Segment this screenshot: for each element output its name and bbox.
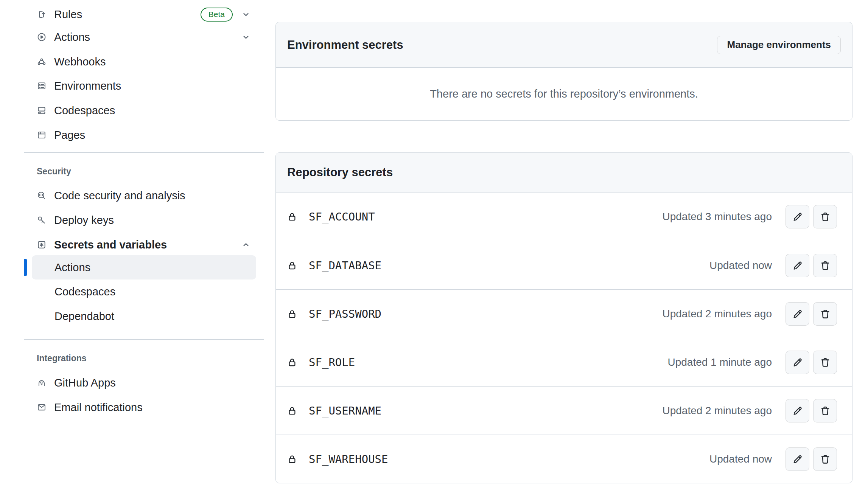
sidebar-item-label: Code security and analysis	[54, 189, 185, 202]
sidebar-item-label: Codespaces	[54, 104, 115, 117]
sidebar-item-label: Email notifications	[54, 401, 143, 414]
sidebar-item-label: Deploy keys	[54, 214, 114, 227]
edit-secret-button[interactable]	[786, 254, 809, 277]
lock-icon	[286, 405, 298, 416]
server-icon	[37, 81, 47, 91]
pencil-icon	[792, 356, 804, 368]
manage-environments-button[interactable]: Manage environments	[717, 36, 841, 54]
delete-secret-button[interactable]	[813, 447, 837, 471]
edit-secret-button[interactable]	[786, 399, 809, 422]
sidebar-item-github-apps[interactable]: GitHub Apps	[24, 371, 258, 395]
edit-secret-button[interactable]	[786, 302, 809, 326]
lock-icon	[286, 357, 298, 368]
sidebar-item-environments[interactable]: Environments	[24, 74, 258, 98]
delete-secret-button[interactable]	[813, 205, 837, 228]
secret-name: SF_PASSWORD	[309, 307, 381, 320]
pencil-icon	[792, 211, 804, 223]
sidebar-item-label: Environments	[54, 80, 121, 92]
sidebar-item-label: GitHub Apps	[54, 377, 116, 389]
sidebar-item-label: Pages	[54, 129, 85, 141]
mail-icon	[37, 402, 47, 412]
pencil-icon	[792, 405, 804, 417]
repository-secrets-header: Repository secrets	[276, 153, 852, 193]
sidebar-divider	[24, 152, 264, 153]
trash-icon	[819, 211, 831, 223]
edit-secret-button[interactable]	[786, 205, 809, 228]
repository-secrets-card: Repository secrets SF_ACCOUNT Updated 3 …	[275, 152, 852, 483]
delete-secret-button[interactable]	[813, 254, 837, 277]
repo-settings-page: Rules Beta Actions Webhooks Environments…	[0, 0, 868, 500]
pencil-icon	[792, 453, 804, 465]
rules-icon	[37, 9, 47, 19]
sidebar-item-pages[interactable]: Pages	[24, 123, 258, 147]
secret-name: SF_DATABASE	[309, 259, 381, 272]
webhook-icon	[37, 57, 47, 67]
secret-updated: Updated 2 minutes ago	[662, 405, 772, 417]
sidebar-subitem-actions[interactable]: Actions	[32, 255, 256, 280]
environment-secrets-header: Environment secrets Manage environments	[276, 22, 852, 68]
sidebar-subitem-codespaces[interactable]: Codespaces	[32, 280, 256, 304]
browser-icon	[37, 130, 47, 140]
sidebar-item-deploy-keys[interactable]: Deploy keys	[24, 208, 258, 232]
hubot-icon	[37, 378, 47, 388]
environment-secrets-empty-message: There are no secrets for this repository…	[276, 68, 852, 120]
sidebar-item-label: Webhooks	[54, 56, 106, 68]
sidebar-section-integrations: Integrations	[37, 353, 87, 363]
secret-row: SF_WAREHOUSE Updated now	[276, 435, 852, 483]
sidebar-divider	[24, 339, 264, 340]
edit-secret-button[interactable]	[786, 351, 809, 374]
edit-secret-button[interactable]	[786, 447, 809, 471]
codespaces-icon	[37, 106, 47, 115]
sidebar-subitem-label: Dependabot	[54, 310, 114, 323]
asterisk-box-icon	[37, 240, 47, 250]
lock-icon	[286, 453, 298, 465]
secret-updated: Updated 3 minutes ago	[662, 211, 772, 223]
sidebar-item-email-notifications[interactable]: Email notifications	[24, 395, 258, 419]
secret-updated: Updated 1 minute ago	[667, 356, 772, 368]
secret-updated: Updated 2 minutes ago	[662, 308, 772, 320]
secret-name: SF_ROLE	[309, 356, 355, 369]
secret-updated: Updated now	[709, 259, 772, 272]
sidebar-item-webhooks[interactable]: Webhooks	[24, 50, 258, 74]
trash-icon	[819, 356, 831, 368]
trash-icon	[819, 308, 831, 320]
chevron-down-icon	[241, 9, 251, 19]
pencil-icon	[792, 259, 804, 272]
secret-name: SF_ACCOUNT	[309, 210, 375, 223]
card-title: Environment secrets	[287, 38, 403, 52]
secret-row: SF_ROLE Updated 1 minute ago	[276, 338, 852, 386]
play-icon	[37, 32, 47, 42]
delete-secret-button[interactable]	[813, 399, 837, 422]
sidebar-item-codespaces[interactable]: Codespaces	[24, 98, 258, 123]
sidebar-item-rules[interactable]: Rules Beta	[24, 2, 258, 26]
chevron-up-icon	[241, 240, 251, 250]
secret-row: SF_PASSWORD Updated 2 minutes ago	[276, 289, 852, 338]
secret-row: SF_USERNAME Updated 2 minutes ago	[276, 386, 852, 435]
sidebar-subitem-label: Actions	[54, 261, 90, 274]
secret-name: SF_WAREHOUSE	[309, 453, 388, 466]
delete-secret-button[interactable]	[813, 302, 837, 326]
trash-icon	[819, 405, 831, 417]
sidebar-item-label: Actions	[54, 31, 90, 43]
sidebar-section-security: Security	[37, 166, 71, 176]
delete-secret-button[interactable]	[813, 351, 837, 374]
environment-secrets-card: Environment secrets Manage environments …	[275, 22, 852, 121]
sidebar-item-label: Secrets and variables	[54, 239, 167, 251]
secret-row: SF_ACCOUNT Updated 3 minutes ago	[276, 193, 852, 241]
lock-icon	[286, 211, 298, 222]
sidebar-subitem-dependabot[interactable]: Dependabot	[32, 304, 256, 328]
active-item-indicator	[24, 259, 27, 276]
codescan-icon	[37, 191, 47, 200]
sidebar-item-label: Rules	[54, 8, 82, 21]
key-icon	[37, 215, 47, 225]
chevron-down-icon	[241, 32, 251, 42]
beta-badge: Beta	[201, 8, 233, 22]
sidebar-item-actions[interactable]: Actions	[24, 25, 258, 49]
trash-icon	[819, 453, 831, 465]
sidebar-item-secrets-and-variables[interactable]: Secrets and variables	[24, 233, 258, 257]
secret-name: SF_USERNAME	[309, 404, 381, 417]
sidebar-subitem-label: Codespaces	[54, 286, 115, 298]
secret-updated: Updated now	[709, 453, 772, 465]
sidebar-item-code-security[interactable]: Code security and analysis	[24, 183, 258, 208]
lock-icon	[286, 260, 298, 271]
